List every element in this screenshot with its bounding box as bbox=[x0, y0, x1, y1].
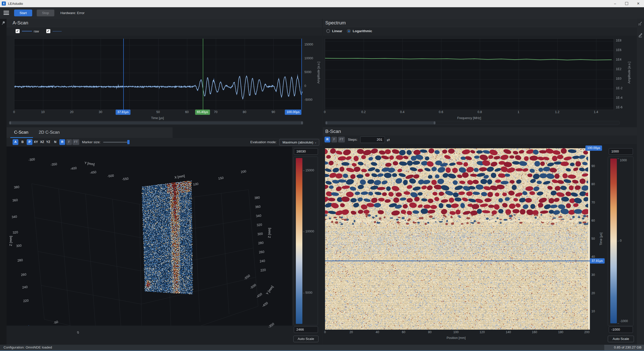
cscan-tabstrip: C-Scan 2D C-Scan bbox=[7, 127, 173, 138]
cscan-toggle-b[interactable]: B bbox=[20, 139, 25, 145]
evaluation-mode-select[interactable]: Maximum (absolute) ⌄ bbox=[279, 139, 319, 146]
bscan-colorbar-min-input[interactable]: -1000 bbox=[609, 326, 633, 333]
bscan-cursor-badge[interactable]: 100.00µs bbox=[585, 145, 602, 151]
ascan-x-tick: 80 bbox=[243, 110, 246, 114]
status-configuration: Configuration: OmniNDE loaded bbox=[4, 345, 52, 350]
ascan-title: A-Scan bbox=[7, 19, 322, 27]
ascan-waveform-canvas[interactable] bbox=[14, 39, 302, 110]
bscan-x-tick: 140 bbox=[506, 330, 511, 334]
annotate-icon[interactable] bbox=[638, 33, 643, 38]
legend-line-sample bbox=[22, 31, 32, 31]
bscan-heatmap[interactable] bbox=[325, 148, 590, 330]
start-button[interactable]: Start bbox=[14, 10, 32, 16]
ascan-marker-line[interactable] bbox=[301, 39, 302, 110]
ascan-marker-line[interactable] bbox=[203, 39, 203, 110]
radio-selected-icon[interactable] bbox=[347, 29, 351, 33]
spectrum-plot[interactable] bbox=[325, 38, 614, 110]
steps-input[interactable]: 201 bbox=[360, 136, 385, 143]
spectrum-panel: Spectrum Linear Logarithmic 00.20.40.60.… bbox=[323, 19, 637, 127]
menu-icon[interactable] bbox=[4, 11, 9, 15]
ascan-marker-line[interactable] bbox=[123, 39, 124, 110]
spectrum-y-tick: 1E2 bbox=[616, 67, 621, 71]
cscan-colorbar-min-input[interactable]: 2466 bbox=[294, 326, 318, 333]
cscan-toggle-a[interactable]: A bbox=[13, 139, 18, 145]
status-storage: 0.85 of 230.27 GB bbox=[604, 345, 644, 350]
marker-size-slider-handle[interactable] bbox=[127, 140, 130, 144]
evaluation-mode-label: Evaluation mode: bbox=[250, 140, 276, 144]
stop-button[interactable]: Stop bbox=[37, 10, 54, 16]
tab-cscan[interactable]: C-Scan bbox=[14, 127, 28, 138]
maximize-button[interactable] bbox=[621, 0, 632, 7]
legend-label: raw bbox=[34, 29, 39, 33]
checkbox-checked-icon[interactable]: ✓ bbox=[46, 29, 50, 33]
cscan-toggle-n[interactable]: N bbox=[52, 139, 58, 145]
minimize-button[interactable]: – bbox=[609, 0, 621, 7]
bscan-colorbar-tick: -1000 bbox=[620, 319, 628, 323]
bscan-y-axis-label: Time [µs] bbox=[599, 232, 603, 245]
cscan-toggle-yz[interactable]: YZ bbox=[45, 139, 51, 145]
cscan-colorbar-max-input[interactable]: 16030 bbox=[294, 148, 318, 155]
ascan-x-tick: 30 bbox=[99, 110, 102, 114]
bscan-colorbar-tick: 1000 bbox=[620, 159, 627, 162]
bscan-y-tick: 20 bbox=[591, 291, 595, 295]
bscan-x-axis-label: Position [mm] bbox=[447, 336, 466, 340]
cscan-panel: C-Scan 2D C-Scan ABPXYXZYZNRFFT Marker s… bbox=[7, 127, 322, 345]
radio-unselected-icon[interactable] bbox=[326, 29, 330, 33]
spectrum-y-tick: 1E-2 bbox=[616, 86, 622, 90]
cscan-toggle-xz[interactable]: XZ bbox=[39, 139, 45, 145]
steps-label: Steps: bbox=[348, 138, 357, 141]
app-window: X LEAstudio – ✕ Start Stop Hardware: Err… bbox=[0, 0, 644, 351]
pin-icon[interactable] bbox=[1, 21, 6, 26]
swap-icon[interactable]: ⇄ bbox=[387, 138, 390, 142]
radio-linear[interactable]: Linear bbox=[326, 29, 342, 33]
bscan-toggle-r[interactable]: R bbox=[325, 137, 330, 142]
spectrum-x-tick: 0.8 bbox=[477, 110, 482, 114]
bscan-autoscale-button[interactable]: Auto Scale bbox=[608, 336, 634, 342]
cscan-scatter-canvas[interactable] bbox=[7, 146, 292, 326]
ascan-marker-badge[interactable]: 37.81µs bbox=[116, 110, 131, 115]
checkbox-checked-icon[interactable]: ✓ bbox=[16, 29, 20, 33]
app-icon: X bbox=[2, 2, 6, 6]
bscan-heatmap-canvas[interactable] bbox=[325, 148, 590, 330]
cscan-toggle-p[interactable]: P bbox=[27, 139, 32, 145]
ascan-plot[interactable] bbox=[14, 38, 303, 110]
cscan-3d-plot[interactable] bbox=[7, 146, 292, 326]
spectrum-scrollbar[interactable] bbox=[325, 121, 620, 125]
scrollbar-left-handle[interactable] bbox=[9, 121, 11, 124]
close-button[interactable]: ✕ bbox=[632, 0, 644, 7]
bscan-x-tick: 20 bbox=[349, 330, 353, 334]
marker-size-label: Marker size: bbox=[82, 140, 101, 144]
ascan-x-tick: 60 bbox=[185, 110, 189, 114]
tab-2d-cscan[interactable]: 2D C-Scan bbox=[39, 127, 60, 138]
cscan-toggle-r[interactable]: R bbox=[59, 139, 65, 145]
bscan-marker-badge[interactable]: 37.81µs bbox=[590, 258, 605, 264]
scrollbar-left-handle[interactable] bbox=[326, 121, 327, 124]
ascan-marker-badge[interactable]: 65.40µs bbox=[195, 110, 210, 115]
ascan-scrollbar[interactable] bbox=[9, 121, 304, 125]
left-dock-strip bbox=[0, 19, 7, 345]
spectrum-title: Spectrum bbox=[323, 19, 637, 27]
ascan-y-tick: 5000 bbox=[304, 70, 311, 74]
cscan-colorbar-tick: 10000 bbox=[305, 230, 314, 233]
cscan-toggle-f: F bbox=[66, 139, 72, 145]
bscan-y-tick: 10 bbox=[591, 310, 595, 313]
cscan-autoscale-button[interactable]: Auto Scale bbox=[293, 336, 318, 342]
spectrum-x-axis-label: Frequency [MHz] bbox=[457, 116, 481, 120]
ascan-x-tick: 50 bbox=[156, 110, 160, 114]
brush-icon[interactable] bbox=[638, 21, 643, 26]
spectrum-line-canvas[interactable] bbox=[325, 39, 614, 110]
marker-size-slider[interactable] bbox=[103, 142, 129, 143]
bscan-y-tick: 80 bbox=[591, 182, 595, 186]
radio-logarithmic[interactable]: Logarithmic bbox=[347, 29, 372, 33]
bscan-colorbar-max-input[interactable]: 1000 bbox=[609, 148, 633, 155]
bscan-controls: RFFT Steps: 201 ⇄ bbox=[323, 135, 637, 144]
legend-item-raw[interactable]: ✓ raw bbox=[16, 29, 39, 33]
cscan-toggle-xy[interactable]: XY bbox=[33, 139, 39, 145]
ascan-marker-badge[interactable]: 100.00µs bbox=[285, 110, 301, 115]
bscan-x-tick: 100 bbox=[453, 330, 459, 334]
scrollbar-right-handle[interactable] bbox=[301, 121, 303, 124]
bscan-x-tick: 120 bbox=[479, 330, 485, 334]
legend-item-2[interactable]: ✓ bbox=[46, 29, 62, 33]
bscan-y-tick: 70 bbox=[591, 201, 595, 204]
scrollbar-right-handle[interactable] bbox=[434, 121, 435, 124]
